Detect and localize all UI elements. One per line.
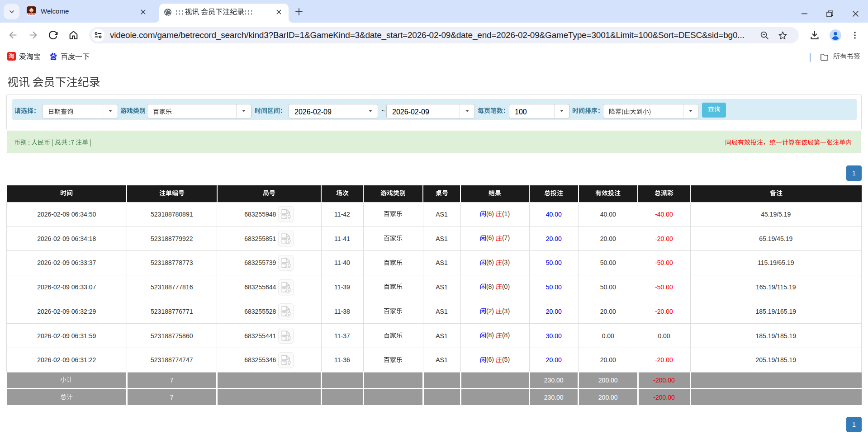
svg-text:du: du (52, 57, 55, 60)
